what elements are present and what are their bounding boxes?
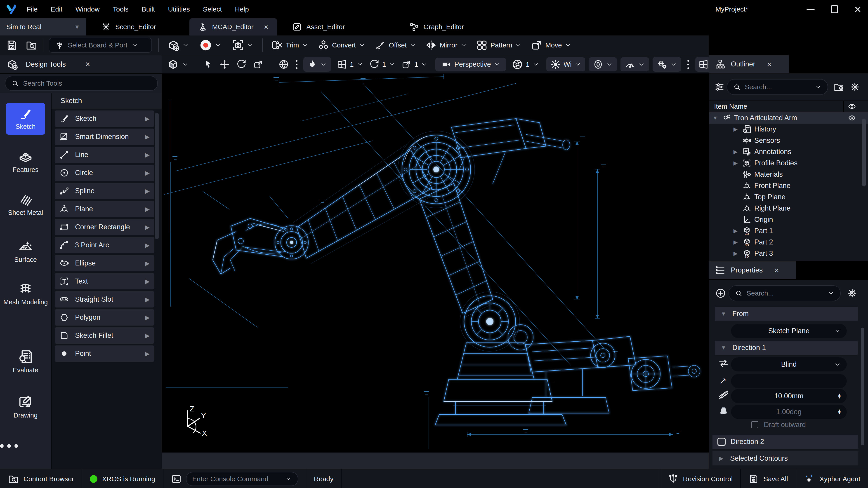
world-space-button[interactable] [278,59,289,70]
console-command-input[interactable]: Enter Console Command [186,472,298,486]
viewport-options-kebab[interactable] [296,60,298,69]
maximize-button[interactable] [831,5,838,13]
tree-item-annotations[interactable]: ▶ Annotations [709,146,868,158]
collapse-arrow-icon[interactable]: ▼ [711,115,719,121]
outliner-settings-gear-icon[interactable] [849,81,861,93]
tool-flyout-arrow-icon[interactable]: ▶ [145,296,150,303]
tool-sketch[interactable]: Sketch▶ [55,110,154,127]
outliner-tab[interactable]: Outliner × [709,55,789,73]
content-browser-button[interactable]: Content Browser [0,469,82,488]
pattern-tool-button[interactable]: Pattern [476,39,522,51]
from-section-header[interactable]: ▼ From [715,307,858,321]
tool-flyout-arrow-icon[interactable]: ▶ [145,151,150,159]
capture-button[interactable] [232,39,254,51]
tree-item-part-1[interactable]: ▶ 3D Part 1 [709,225,868,236]
tree-item-history[interactable]: ▶ History [709,124,868,135]
menu-utilities[interactable]: Utilities [168,5,190,13]
scale-button[interactable] [253,59,264,70]
tree-item-part-3[interactable]: ▶ 3D Part 3 [709,248,868,259]
shading-mode-button[interactable] [303,57,331,72]
tool-flyout-arrow-icon[interactable]: ▶ [145,133,150,140]
category-sketch[interactable]: Sketch [6,103,45,135]
save-button[interactable] [6,39,18,51]
tool-flyout-arrow-icon[interactable]: ▶ [145,223,150,231]
performance-button[interactable] [620,57,649,71]
rotate-button[interactable] [236,59,247,70]
revision-control-button[interactable]: Revision Control [660,469,740,488]
tool-flyout-arrow-icon[interactable]: ▶ [145,205,150,213]
lighting-mode-button[interactable]: Wi [546,57,585,71]
expand-arrow-icon[interactable]: ▶ [732,160,739,166]
tool-point[interactable]: Point▶ [55,346,154,362]
outliner-scrollbar[interactable] [862,119,866,186]
visibility-column-eye-icon[interactable] [847,102,857,111]
category-surface[interactable]: Surface [0,239,51,263]
tab-graph-editor[interactable]: Graph_Editor [401,18,472,35]
tool-polygon[interactable]: Polygon▶ [55,309,154,326]
properties-scrollbar[interactable] [861,328,864,445]
draft-angle-input[interactable]: 1.00deg ▲▼ [731,405,847,419]
trim-tool-button[interactable]: Trim [271,39,309,51]
scale-snap-button[interactable]: 1 [401,59,428,70]
tool-3-point-arc[interactable]: 3 Point Arc▶ [55,237,154,253]
tool-line[interactable]: Line▶ [55,147,154,163]
direction2-section-header[interactable]: Direction 2 [712,435,858,449]
menu-edit[interactable]: Edit [51,5,62,13]
category-sheet-metal[interactable]: Sheet Metal [0,192,51,217]
convert-tool-button[interactable]: Convert [318,39,365,51]
menu-tools[interactable]: Tools [113,5,129,13]
eye-icon[interactable] [847,113,857,123]
filter-sliders-icon[interactable] [714,82,725,92]
expand-arrow-icon[interactable]: ▶ [732,149,739,155]
properties-settings-gear-icon[interactable] [846,288,858,299]
translate-button[interactable] [219,59,230,70]
menu-help[interactable]: Help [235,5,249,13]
save-all-button[interactable]: Save All [741,469,796,488]
expand-arrow-icon[interactable]: ▶ [732,239,739,246]
selection-mode-button[interactable] [167,58,189,70]
tool-smart-dimension[interactable]: Smart Dimension▶ [55,129,154,145]
tool-flyout-arrow-icon[interactable]: ▶ [145,278,150,285]
tool-plane[interactable]: Plane▶ [55,201,154,217]
tool-flyout-arrow-icon[interactable]: ▶ [145,169,150,177]
from-plane-dropdown[interactable]: Sketch Plane [731,324,847,338]
close-panel-icon[interactable]: × [774,266,779,275]
tool-sketch-fillet[interactable]: Sketch Fillet▶ [55,327,154,344]
tool-circle[interactable]: Circle▶ [55,165,154,181]
tool-spline[interactable]: Spline▶ [55,183,154,199]
category-mesh-modeling[interactable]: Mesh Modeling [0,282,51,306]
visibility-button[interactable] [589,57,617,71]
depth-input[interactable]: 10.00mm ▲▼ [731,389,847,403]
item-name-column-header[interactable]: Item Name [714,103,747,110]
tree-item-profile-bodies[interactable]: ▶ Profile Bodies [709,158,868,169]
tool-flyout-arrow-icon[interactable]: ▶ [145,314,150,321]
category-evaluate[interactable]: Evaluate [0,349,51,374]
properties-tab[interactable]: Properties × [709,261,796,280]
mode-selector-dropdown[interactable]: Sim to Real ▼ [0,18,86,35]
viewport-bottom-strip[interactable] [162,452,709,469]
tree-item-part-2[interactable]: ▶ 3D Part 2 [709,236,868,248]
draft-outward-checkbox[interactable] [751,421,758,428]
viewport-settings-button[interactable] [653,57,681,72]
open-project-button[interactable] [25,39,37,51]
properties-search-input[interactable]: Search... [728,285,841,301]
tab-asset-editor[interactable]: Asset_Editor [284,18,353,35]
tab-mcad-editor[interactable]: MCAD_Editor × [189,18,277,35]
close-panel-icon[interactable]: × [86,60,90,69]
tools-search-input[interactable]: Search Tools [5,76,158,91]
collapse-arrow-icon[interactable]: ▼ [720,311,727,317]
collapse-arrow-icon[interactable]: ▼ [720,345,727,351]
tool-flyout-arrow-icon[interactable]: ▶ [145,115,150,123]
menu-built[interactable]: Built [142,5,155,13]
xypher-agent-button[interactable]: Xypher Agent [796,469,868,488]
direction2-checkbox[interactable] [717,437,725,446]
tree-item-sensors[interactable]: Sensors [709,135,868,146]
end-condition-dropdown[interactable]: Blind [731,357,847,371]
tree-item-materials[interactable]: Materials [709,169,868,180]
menu-select[interactable]: Select [203,5,222,13]
tool-straight-slot[interactable]: Straight Slot▶ [55,291,154,307]
menu-window[interactable]: Window [75,5,100,13]
tool-flyout-arrow-icon[interactable]: ▶ [145,332,150,339]
tree-item-front-plane[interactable]: Front Plane [709,180,868,191]
flip-direction-icon[interactable] [718,357,730,369]
